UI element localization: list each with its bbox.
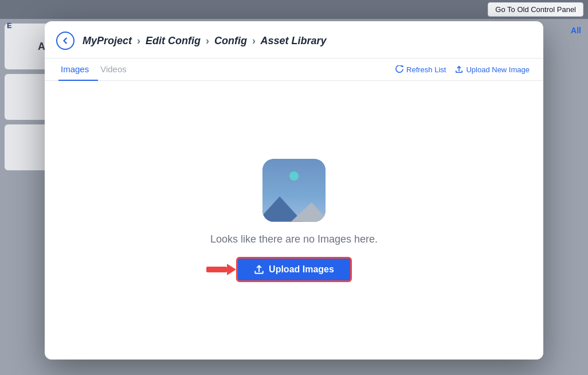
refresh-icon [395,65,403,73]
bg-logo: E [5,21,12,30]
tab-actions: Refresh List Upload New Image [395,65,530,74]
logo-text: E [7,21,12,30]
modal-tabs-row: Images Videos Refresh List Upload N [45,58,543,81]
arrow-head [227,264,236,275]
upload-button-wrapper: Upload Images [236,257,352,282]
tab-list: Images Videos [58,58,395,80]
top-bar: Go To Old Control Panel [0,0,588,19]
upload-images-icon [254,264,264,275]
breadcrumb-edit-config: Edit Config [146,35,201,46]
arrow-body [206,267,227,272]
empty-state-text: Looks like there are no Images here. [210,233,378,245]
breadcrumb-sep3: › [252,35,256,46]
breadcrumb-sep1: › [137,35,140,46]
upload-new-image-icon [455,65,463,73]
arrow-indicator [206,264,236,275]
breadcrumb-sep2: › [206,35,209,46]
modal-body: Looks like there are no Images here. Upl… [45,81,543,360]
upload-images-label: Upload Images [269,264,334,275]
back-button[interactable] [56,32,75,50]
modal: MyProject › Edit Config › Config › Asset… [45,21,543,360]
upload-new-image-label: Upload New Image [466,65,530,74]
refresh-list-label: Refresh List [406,65,446,74]
back-icon [61,37,69,45]
go-to-old-panel-button[interactable]: Go To Old Control Panel [488,2,583,17]
breadcrumb: MyProject › Edit Config › Config › Asset… [83,35,326,47]
breadcrumb-config: Config [214,35,247,46]
icon-sun-dot [289,171,299,181]
upload-new-image-button[interactable]: Upload New Image [455,65,530,74]
bg-all-link[interactable]: All [571,26,581,35]
modal-header: MyProject › Edit Config › Config › Asset… [45,21,543,58]
breadcrumb-asset-library: Asset Library [260,35,326,46]
empty-state-icon [262,159,326,222]
refresh-list-button[interactable]: Refresh List [395,65,446,74]
tab-images[interactable]: Images [58,58,98,81]
breadcrumb-project: MyProject [83,35,132,46]
modal-overlay: MyProject › Edit Config › Config › Asset… [0,0,588,375]
upload-images-button[interactable]: Upload Images [236,257,352,282]
tab-videos[interactable]: Videos [98,58,136,81]
